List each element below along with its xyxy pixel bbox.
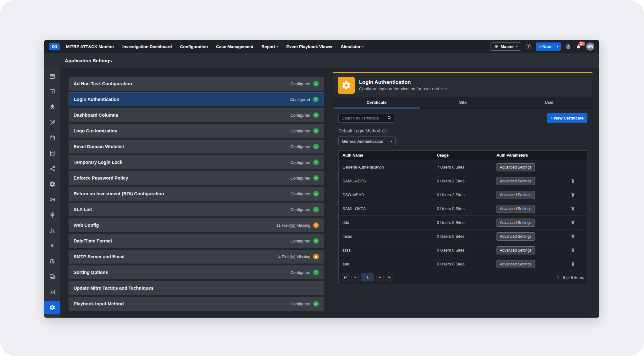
menu-item-mitre-att-ck-monitor[interactable]: MITRE ATT&CK Monitor: [66, 44, 114, 49]
delete-certificate-button[interactable]: [570, 220, 575, 225]
pagination-first-button[interactable]: [342, 274, 349, 281]
info-icon[interactable]: [526, 44, 531, 49]
user-avatar[interactable]: MW: [586, 42, 594, 51]
sidebar-item-window-manager[interactable]: [44, 270, 60, 283]
sidebar-item-link-analysis[interactable]: [44, 162, 60, 175]
settings-item-update-mitre-tactics-and-techniques[interactable]: Update Mitre Tactics and Techniques: [69, 281, 324, 295]
share-icon: [49, 165, 56, 172]
sidebar-item-integrations[interactable]: [44, 100, 60, 114]
advanced-settings-button[interactable]: Advanced Settings: [497, 260, 535, 268]
status-text: Configured: [290, 113, 310, 118]
delete-certificate-button[interactable]: [570, 206, 575, 211]
advanced-settings-button[interactable]: Advanced Settings: [497, 177, 535, 185]
sidebar-item-playbook-viewer[interactable]: [44, 85, 60, 98]
status-text: Configured: [290, 302, 310, 306]
table-row: aaa0 Users 0 SitesAdvanced Settings: [339, 257, 587, 271]
default-login-method-label: Default Login Method: [338, 128, 380, 133]
settings-item-enforce-password-policy[interactable]: Enforce Password PolicyConfigured: [69, 171, 324, 185]
settings-item-playbook-input-method[interactable]: Playbook Input MethodConfigured: [69, 297, 324, 311]
advanced-settings-button[interactable]: Advanced Settings: [497, 163, 535, 171]
configured-check-icon: [313, 112, 319, 118]
flask-icon: [49, 227, 56, 234]
settings-item-temporary-login-lock[interactable]: Temporary Login LockConfigured: [69, 155, 324, 169]
delete-certificate-button[interactable]: [570, 262, 575, 266]
sidebar-item-event-intake[interactable]: [44, 193, 60, 206]
tab-certificate[interactable]: Certificate: [333, 97, 420, 108]
sidebar-item-automation[interactable]: [44, 177, 60, 191]
tab-site[interactable]: Site: [420, 97, 506, 108]
advanced-settings-button[interactable]: Advanced Settings: [497, 232, 535, 241]
search-icon[interactable]: [387, 115, 392, 120]
pagination-next-button[interactable]: [376, 274, 384, 281]
delete-certificate-button[interactable]: [570, 179, 575, 183]
advanced-settings-button[interactable]: Advanced Settings: [497, 191, 535, 199]
trash-icon: [570, 248, 575, 253]
status-text: Configured: [290, 207, 310, 212]
login-method-dropdown[interactable]: General Authentication: [338, 136, 396, 146]
sidebar-item-quick-actions[interactable]: [44, 239, 60, 253]
new-certificate-button[interactable]: + New Certificate: [547, 113, 587, 123]
auth-parameters-cell: Advanced Settings: [493, 232, 555, 241]
notifications-button[interactable]: 24: [575, 44, 581, 50]
usage-cell: 7 Users 0 Sites: [433, 165, 493, 170]
trash-icon: [570, 234, 575, 239]
menu-item-report[interactable]: Report: [262, 44, 278, 49]
settings-item-sla-list[interactable]: SLA ListConfigured: [69, 203, 324, 216]
tenant-selector-label: Master: [501, 44, 514, 49]
menu-item-event-playbook-viewer[interactable]: Event Playbook Viewer: [286, 44, 333, 49]
sidebar-item-identity[interactable]: [44, 254, 60, 268]
advanced-settings-button[interactable]: Advanced Settings: [497, 205, 535, 213]
settings-item-ad-hoc-task-configuration[interactable]: Ad Hoc Task ConfigurationConfigured: [69, 77, 324, 91]
menu-item-case-management[interactable]: Case Management: [216, 44, 253, 49]
pagination-last-button[interactable]: [386, 274, 393, 281]
menu-item-label: Configuration: [180, 44, 208, 49]
sidebar-item-scheduled-tasks[interactable]: [44, 70, 60, 83]
settings-item-date-time-format[interactable]: Date/Time FormatConfigured: [69, 234, 324, 248]
actions-cell: [555, 234, 587, 239]
settings-item-label: Return on Investment (ROI) Configuration: [74, 191, 164, 196]
menu-item-label: Event Playbook Viewer: [286, 44, 333, 49]
calendar-icon: [49, 135, 56, 141]
sidebar-item-sandbox[interactable]: [44, 224, 60, 237]
pagination-current-page[interactable]: 1: [361, 273, 374, 281]
delete-certificate-button[interactable]: [570, 248, 575, 253]
sidebar-item-utility-commands[interactable]: [44, 116, 60, 129]
delete-certificate-button[interactable]: [570, 234, 575, 239]
pagination-prev-button[interactable]: [351, 274, 359, 281]
actions-cell: [555, 179, 587, 183]
detail-panel: Login Authentication Configure login aut…: [333, 72, 592, 310]
tab-user[interactable]: User: [506, 97, 592, 108]
sidebar-item-data-management[interactable]: [44, 147, 60, 160]
document-icon[interactable]: [565, 44, 571, 49]
info-icon[interactable]: [382, 129, 387, 133]
settings-item-email-domain-whitelist[interactable]: Email Domain WhitelistConfigured: [69, 140, 324, 153]
advanced-settings-button[interactable]: Advanced Settings: [497, 219, 535, 227]
sidebar-item-schedules[interactable]: [44, 131, 60, 145]
sidebar-item-media-library[interactable]: [44, 285, 60, 299]
menu-item-simulator[interactable]: Simulator: [341, 44, 364, 49]
settings-item-return-on-investment-roi-configuration[interactable]: Return on Investment (ROI) Configuration…: [69, 187, 324, 201]
auth-name-cell: SAML-OKTA: [339, 206, 433, 211]
tab-label: User: [545, 100, 554, 105]
notification-badge: 24: [579, 42, 585, 46]
advanced-settings-button[interactable]: Advanced Settings: [497, 246, 535, 254]
menu-item-configuration[interactable]: Configuration: [180, 44, 208, 49]
sidebar-item-application-settings[interactable]: [44, 301, 60, 314]
calendar-play-icon: [49, 73, 56, 80]
settings-item-logo-customization[interactable]: Logo CustomizationConfigured: [69, 124, 324, 138]
settings-item-sorting-options[interactable]: Sorting OptionsConfigured: [69, 265, 324, 279]
delete-certificate-button[interactable]: [570, 192, 575, 197]
auth-name-cell: ddd: [339, 220, 433, 225]
settings-item-web-config[interactable]: Web Config11 Field(s) Missing: [69, 218, 324, 232]
actions-cell: [555, 220, 587, 225]
settings-item-smtp-server-and-email[interactable]: SMTP Server and Email4 Field(s) Missing: [69, 250, 324, 264]
d3-logo[interactable]: D3: [49, 43, 60, 50]
settings-item-login-authentication[interactable]: Login AuthenticationConfigured: [69, 92, 324, 106]
settings-item-label: Dashboard Columns: [74, 113, 118, 118]
settings-item-dashboard-columns[interactable]: Dashboard ColumnsConfigured: [69, 108, 324, 122]
menu-item-investigation-dashboard[interactable]: Investigation Dashboard: [122, 44, 172, 49]
search-input[interactable]: [338, 113, 394, 123]
sidebar-item-data-ingestion[interactable]: [44, 208, 60, 222]
new-button[interactable]: + New: [536, 42, 561, 51]
tenant-selector[interactable]: Master: [491, 42, 521, 51]
